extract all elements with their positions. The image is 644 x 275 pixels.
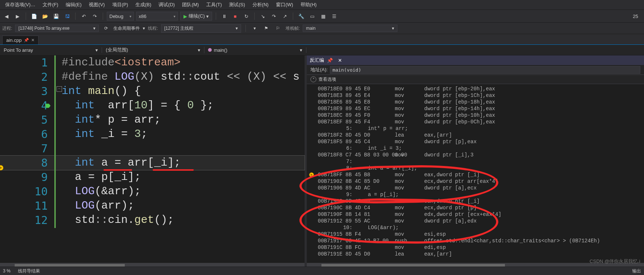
disasm-row[interactable]: 00B7190F 8B 14 81 movedx,dword ptr [ecx+… (318, 211, 644, 218)
disasm-row[interactable]: 8: int a = arr[_i]; (318, 165, 644, 171)
code-line[interactable]: 8 int a = arr[_i]; (0, 156, 305, 170)
code-text[interactable]: #define LOG(X) std::cout << (X) << s (58, 70, 305, 84)
menu-item[interactable]: 生成(B) (132, 0, 154, 9)
code-text[interactable]: std::cin.get(); (58, 213, 305, 227)
disasm-row[interactable]: 00B718E3 89 45 E4 movdword ptr [ebp-1Ch]… (318, 92, 644, 99)
lifecycle-icon[interactable]: ⟳ (102, 24, 110, 33)
menu-item[interactable]: 项目(P) (109, 0, 131, 9)
open-icon[interactable]: 📂 (41, 12, 50, 21)
code-line[interactable]: 1#include<iostream> (0, 55, 305, 70)
code-text[interactable]: int arr[10] = { 0 }; (58, 98, 305, 113)
config-combo[interactable]: Debug▾ (107, 12, 134, 21)
save-icon[interactable]: 💾 (52, 12, 61, 21)
nav-scope[interactable]: (全局范围)▾ (102, 47, 204, 53)
code-text[interactable]: int main() { (58, 84, 305, 98)
restart-icon[interactable]: ↻ (242, 12, 251, 21)
code-editor[interactable]: 1#include<iostream>2#define LOG(X) std::… (0, 55, 305, 269)
disasm-row[interactable]: 00B7191E 8D 45 D0 leaeax,[arr] (318, 251, 644, 257)
menu-item[interactable]: 帮助(H) (298, 0, 320, 9)
code-line[interactable]: 2#define LOG(X) std::cout << (X) << s (0, 70, 305, 84)
code-line[interactable]: 3int main() { (0, 84, 305, 98)
toolbox-icon[interactable]: 🔧 (297, 12, 306, 21)
disasm-row[interactable]: 6: int _i = 3; (318, 145, 644, 152)
step-into-icon[interactable]: ↘ (258, 12, 267, 21)
disasm-row[interactable]: 00B71915 8B F4 movesi,esp (318, 231, 644, 238)
window-icon[interactable]: ▭ (308, 12, 317, 21)
close-icon[interactable]: ✕ (31, 38, 34, 43)
code-text[interactable]: LOG(&arr); (58, 184, 305, 199)
list-icon[interactable]: ☰ (330, 12, 339, 21)
code-text[interactable]: #include<iostream> (58, 55, 305, 70)
disasm-row[interactable]: 00B718F5 89 45 C4 movdword ptr [p],eax (318, 138, 644, 145)
code-line[interactable]: 5 int* p = arr; (0, 113, 305, 127)
disasm-row[interactable]: 00B71912 89 55 AC movdword ptr [a],edx (318, 218, 644, 224)
step-over-icon[interactable]: ↷ (269, 12, 278, 21)
disasm-row[interactable]: 9: a = p[_i]; (318, 191, 644, 198)
menu-item[interactable]: 测试(S) (226, 0, 248, 9)
code-line[interactable]: 11 LOG(arr); (0, 199, 305, 213)
code-line[interactable]: 9 a = p[_i]; (0, 170, 305, 184)
code-line[interactable]: 6 int _i = 3; (0, 127, 305, 141)
windows-icon[interactable]: ▦ (319, 12, 328, 21)
disasm-row[interactable]: 00B718F2 8D 45 D0 leaeax,[arr] (318, 132, 644, 138)
nav-function[interactable]: main()▾ (204, 47, 306, 53)
output-tab[interactable]: 输出 (632, 268, 641, 274)
code-text[interactable] (58, 141, 305, 156)
continue-button[interactable]: ▶继续(C)▾ (180, 12, 212, 21)
menu-item[interactable]: 分析(N) (250, 0, 272, 9)
nav-fwd-icon[interactable]: ▶ (13, 12, 22, 21)
menu-item[interactable]: 编辑(E) (63, 0, 84, 9)
code-line[interactable]: 4 int arr[10] = { 0 }; (0, 98, 305, 113)
new-file-icon[interactable]: 📄 (30, 12, 39, 21)
filter-icon[interactable]: ▾ (250, 24, 259, 33)
code-line[interactable]: 12 std::cin.get(); (0, 213, 305, 227)
disasm-row[interactable]: 00B71917 68 4E 12 B7 00 pushoffset std::… (318, 238, 644, 244)
code-text[interactable]: a = p[_i]; (58, 170, 305, 184)
nav-back-icon[interactable]: ◀ (2, 12, 11, 21)
tab-main-cpp[interactable]: ain.cpp 📌 ✕ (2, 36, 39, 44)
pin-icon[interactable]: 📌 (327, 58, 333, 63)
menu-item[interactable]: 保存选项(V)… (2, 0, 38, 9)
pause-icon[interactable]: ⏸ (220, 12, 229, 21)
menu-item[interactable]: 视图(V) (86, 0, 108, 9)
save-all-icon[interactable]: 🖫 (63, 12, 72, 21)
close-icon[interactable]: ✕ (338, 58, 342, 63)
stack-combo[interactable]: main▾ (303, 25, 397, 32)
thread-combo[interactable]: [12772] 主线程▾ (161, 24, 241, 33)
code-text[interactable]: int* p = arr; (58, 113, 305, 127)
disasm-row[interactable]: 00B718E0 89 45 E0 movdword ptr [ebp-20h]… (318, 86, 644, 92)
disasm-row[interactable]: 00B71909 8B 45 B8 moveax,dword ptr [_i] (318, 198, 644, 205)
zoom-level[interactable]: 3 % (3, 268, 11, 274)
disasm-row[interactable]: 00B71906 89 4D AC movdword ptr [a],ecx (318, 185, 644, 191)
disasm-row[interactable]: 00B718E9 89 45 EC movdword ptr [ebp-14h]… (318, 105, 644, 112)
disasm-row[interactable]: 00B71902 8B 4C 85 D0 movecx,dword ptr ar… (318, 178, 644, 185)
disasm-row[interactable]: 00B718EC 89 45 F0 movdword ptr [ebp-10h]… (318, 112, 644, 119)
flag2-icon[interactable]: ⚐ (274, 24, 283, 33)
redo-icon[interactable]: ↷ (90, 12, 99, 21)
platform-combo[interactable]: x86▾ (136, 12, 178, 21)
menu-item[interactable]: 团队(M) (179, 0, 202, 9)
step-out-icon[interactable]: ↗ (280, 12, 289, 21)
code-line[interactable]: 10 LOG(&arr); (0, 184, 305, 199)
disasm-row[interactable]: 00B718EF 89 45 F4 movdword ptr [ebp-0Ch]… (318, 119, 644, 125)
menu-item[interactable]: 文件(F) (40, 0, 61, 9)
disasm-row[interactable]: 00B718F8 C7 45 B8 03 00 00 00movdword pt… (318, 152, 644, 158)
disasm-row[interactable]: 00B718FF 8B 45 B8 moveax,dword ptr [_i] (318, 171, 644, 178)
disasm-row[interactable]: 5: int* p = arr; (318, 125, 644, 132)
stop-icon[interactable]: ■ (231, 12, 240, 21)
menu-item[interactable]: 调试(D) (156, 0, 178, 9)
pin-icon[interactable]: 📌 (24, 38, 29, 43)
disasm-row[interactable]: 7: (318, 158, 644, 165)
code-text[interactable]: LOG(arr); (58, 199, 305, 213)
disasm-body[interactable]: 00B718E0 89 45 E0 movdword ptr [ebp-20h]… (307, 84, 644, 269)
disasm-row[interactable]: 00B7191C 8B FC movedi,esp (318, 244, 644, 251)
disasm-row[interactable]: 10: LOG(&arr); (318, 224, 644, 231)
code-text[interactable]: int _i = 3; (58, 127, 305, 141)
disasm-row[interactable]: 00B7190C 8B 4D C4 movecx,dword ptr [p] (318, 205, 644, 211)
addr-input[interactable] (330, 66, 640, 74)
menu-item[interactable]: 窗口(W) (273, 0, 296, 9)
menu-item[interactable]: 工具(T) (203, 0, 225, 9)
flag-icon[interactable]: ⚑ (262, 24, 271, 33)
undo-icon[interactable]: ↶ (79, 12, 88, 21)
disasm-row[interactable]: 00B718E6 89 45 E8 movdword ptr [ebp-18h]… (318, 99, 644, 105)
